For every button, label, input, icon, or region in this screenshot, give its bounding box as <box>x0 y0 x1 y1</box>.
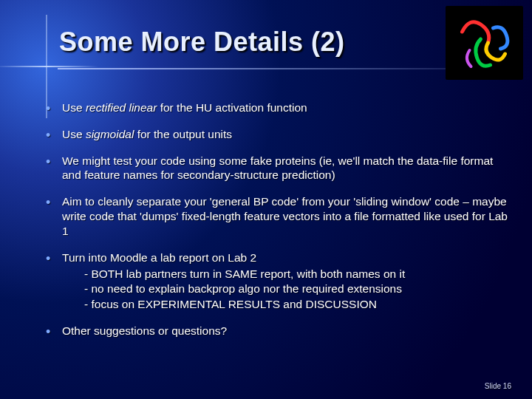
bullet-text: Aim to cleanly separate your 'general BP… <box>62 195 508 237</box>
bullet-item: Use rectified linear for the HU activati… <box>46 100 511 115</box>
sub-item: - no need to explain backprop algo nor t… <box>84 282 511 296</box>
bullet-term: rectified linear <box>86 101 157 114</box>
sub-item: - BOTH lab partners turn in SAME report,… <box>84 267 511 282</box>
protein-structure-image <box>446 6 523 80</box>
bullet-text: Turn into Moodle a lab report on Lab 2 <box>62 251 256 264</box>
bullet-item: We might test your code using some fake … <box>46 154 511 183</box>
slide-title: Some More Details (2) <box>59 27 345 58</box>
bullet-item: Other suggestions or questions? <box>46 324 511 338</box>
bullet-text: for the output units <box>134 128 232 140</box>
bullet-text: Use <box>62 128 86 140</box>
bullet-text: for the HU activation function <box>157 101 307 114</box>
slide-number: Slide 16 <box>485 382 511 390</box>
bullet-list: Use rectified linear for the HU activati… <box>46 100 511 350</box>
bullet-item: Aim to cleanly separate your 'general BP… <box>46 194 511 238</box>
title-underline <box>58 68 494 69</box>
sub-item: - focus on EXPERIMENTAL RESULTS and DISC… <box>84 297 511 312</box>
bullet-item: Use sigmoidal for the output units <box>46 127 511 142</box>
sub-list: - BOTH lab partners turn in SAME report,… <box>62 267 511 312</box>
bullet-term: sigmoidal <box>86 128 134 140</box>
bullet-item: Turn into Moodle a lab report on Lab 2 -… <box>46 250 511 312</box>
bullet-text: Use <box>62 101 86 114</box>
bullet-text: Other suggestions or questions? <box>62 324 227 337</box>
bullet-text: We might test your code using some fake … <box>62 154 493 182</box>
